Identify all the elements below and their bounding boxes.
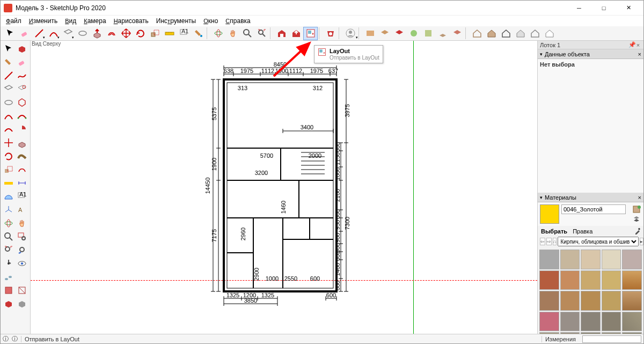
- lt-axes[interactable]: [2, 203, 16, 216]
- plugin-btn-3[interactable]: [392, 27, 406, 40]
- menu-help[interactable]: Справка: [222, 16, 253, 26]
- material-thumb[interactable]: [622, 250, 642, 269]
- default-material-icon[interactable]: [633, 214, 641, 222]
- menu-tools[interactable]: Инструменты: [153, 16, 199, 26]
- lt-rotrect[interactable]: [16, 82, 30, 96]
- material-thumb[interactable]: [581, 250, 601, 269]
- warehouse-share[interactable]: [289, 27, 303, 40]
- lt-scale[interactable]: [2, 163, 16, 176]
- lt-text[interactable]: A1: [16, 189, 30, 203]
- lt-followme[interactable]: [16, 149, 30, 163]
- lt-move[interactable]: [2, 136, 16, 149]
- help-icon[interactable]: ⓘ: [3, 335, 9, 343]
- plugin-btn-4[interactable]: [406, 27, 421, 40]
- tab-select[interactable]: Выбрать: [540, 228, 568, 235]
- material-thumb[interactable]: [560, 312, 580, 332]
- plugin-btn-7[interactable]: [450, 27, 464, 40]
- panel-close-icon[interactable]: ×: [638, 51, 641, 57]
- lt-polygon[interactable]: [16, 96, 30, 109]
- zoom-tool[interactable]: [240, 27, 254, 40]
- material-thumb[interactable]: [560, 250, 580, 269]
- material-thumb[interactable]: [539, 270, 559, 290]
- nav-back-icon[interactable]: ⇦: [540, 238, 545, 245]
- material-thumb[interactable]: [539, 291, 559, 311]
- tab-edit[interactable]: Правка: [572, 228, 594, 235]
- lt-select[interactable]: [2, 42, 16, 55]
- lt-rotate[interactable]: [2, 149, 16, 163]
- scale-tool[interactable]: [148, 27, 162, 40]
- material-thumb[interactable]: [622, 312, 642, 332]
- house-btn-6[interactable]: [542, 27, 557, 40]
- panel-close-icon[interactable]: ×: [638, 194, 641, 201]
- lt-zoomwin[interactable]: [16, 230, 30, 243]
- lt-rect[interactable]: [2, 82, 16, 96]
- lt-dimension[interactable]: [16, 176, 30, 189]
- lt-orbit[interactable]: [2, 216, 16, 230]
- menu-window[interactable]: Окно: [200, 16, 221, 26]
- lt-component[interactable]: [16, 42, 30, 55]
- lt-circle[interactable]: [2, 96, 16, 109]
- material-name-input[interactable]: [561, 204, 626, 214]
- entity-panel-header[interactable]: ▾Данные объекта ×: [538, 49, 643, 59]
- close-button[interactable]: ✕: [617, 2, 640, 14]
- lt-sectionfill[interactable]: [16, 297, 30, 310]
- lt-section2[interactable]: [16, 283, 30, 297]
- lt-eraser[interactable]: [16, 55, 30, 69]
- plugin-btn-2[interactable]: [377, 27, 392, 40]
- orbit-tool[interactable]: [211, 27, 225, 40]
- house-btn-4[interactable]: [513, 27, 528, 40]
- lt-pie[interactable]: [16, 122, 30, 136]
- create-material-icon[interactable]: [633, 206, 641, 213]
- text-tool[interactable]: A1: [177, 27, 191, 40]
- lt-section[interactable]: [2, 283, 16, 297]
- material-thumb[interactable]: [602, 312, 621, 332]
- material-thumb[interactable]: [560, 291, 580, 311]
- lt-look[interactable]: [16, 257, 30, 270]
- current-material-swatch[interactable]: [540, 204, 559, 224]
- material-thumb[interactable]: [622, 270, 642, 290]
- material-thumb[interactable]: [581, 312, 601, 332]
- lt-line[interactable]: [2, 69, 16, 82]
- tray-close-icon[interactable]: ×: [635, 42, 641, 48]
- paint-tool[interactable]: [191, 27, 206, 40]
- menu-draw[interactable]: Нарисовать: [111, 16, 152, 26]
- lt-pushpull[interactable]: [16, 136, 30, 149]
- model-viewport[interactable]: Вид Сверху LayOut Отправить в LayOut 845…: [31, 41, 537, 334]
- offset-tool[interactable]: [104, 27, 119, 40]
- house-btn-2[interactable]: [484, 27, 499, 40]
- nav-fwd-icon[interactable]: ⇨: [546, 238, 552, 245]
- move-tool[interactable]: [119, 27, 133, 40]
- material-thumb[interactable]: [602, 270, 621, 290]
- material-thumb[interactable]: [581, 291, 601, 311]
- house-btn-3[interactable]: [499, 27, 513, 40]
- measurements-input[interactable]: [582, 335, 641, 343]
- plugin-btn-6[interactable]: [435, 27, 450, 40]
- material-thumb[interactable]: [581, 270, 601, 290]
- lt-zoomext[interactable]: [2, 243, 16, 257]
- tape-tool[interactable]: [162, 27, 177, 40]
- rectangle-tool[interactable]: ▾: [61, 27, 75, 40]
- materials-panel-header[interactable]: ▾Материалы ×: [538, 193, 643, 202]
- menu-file[interactable]: Файл: [3, 16, 25, 26]
- maximize-button[interactable]: □: [592, 2, 616, 14]
- material-thumb[interactable]: [560, 270, 580, 290]
- lt-offset[interactable]: [16, 163, 30, 176]
- lt-3parc[interactable]: [2, 122, 16, 136]
- material-thumb[interactable]: [602, 291, 621, 311]
- menu-view[interactable]: Вид: [62, 16, 79, 26]
- user-button[interactable]: ▾: [343, 27, 357, 40]
- pan-tool[interactable]: [225, 27, 240, 40]
- house-btn-1[interactable]: [470, 27, 484, 40]
- nav-home-icon[interactable]: ⌂: [553, 238, 557, 245]
- lt-walk[interactable]: [2, 270, 16, 283]
- lt-pan[interactable]: [16, 216, 30, 230]
- plugin-btn-1[interactable]: [363, 27, 377, 40]
- house-btn-5[interactable]: [528, 27, 542, 40]
- lt-protractor[interactable]: [2, 189, 16, 203]
- tray-header[interactable]: Лоток 1 📌 ×: [538, 41, 643, 49]
- circle-tool[interactable]: [75, 27, 90, 40]
- lt-freehand[interactable]: [16, 69, 30, 82]
- eyedropper-icon[interactable]: [634, 228, 641, 235]
- menu-camera[interactable]: Камера: [80, 16, 109, 26]
- menu-edit[interactable]: Изменить: [26, 16, 61, 26]
